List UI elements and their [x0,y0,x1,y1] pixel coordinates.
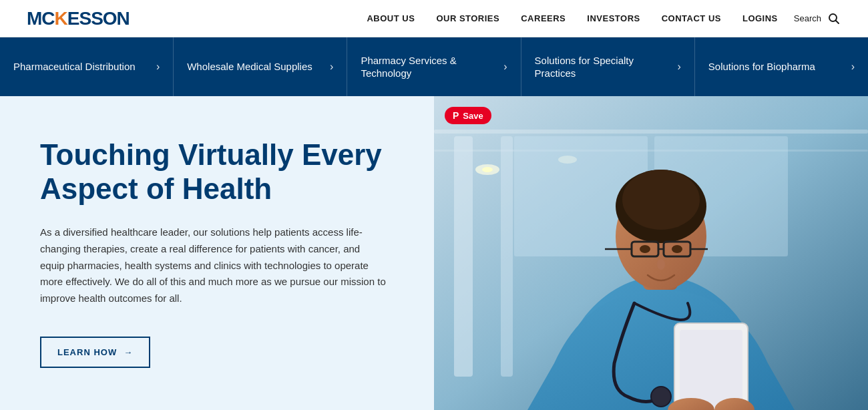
arrow-icon: → [124,347,133,357]
learn-how-label: LEARN HOW [57,347,117,357]
svg-point-23 [672,245,682,253]
nav-tiles-bar: Pharmaceutical Distribution › Wholesale … [0,37,868,96]
svg-rect-5 [454,136,473,377]
nav-tile-specialty-practices[interactable]: Solutions for Specialty Practices › [521,37,695,96]
svg-point-22 [640,245,650,253]
nav-tile-pharma-distribution[interactable]: Pharmaceutical Distribution › [0,37,174,96]
svg-point-25 [651,387,671,407]
main-nav: ABOUT US OUR STORIES CAREERS INVESTORS C… [367,13,777,23]
nav-tile-pharma-label: Pharmaceutical Distribution [13,60,148,73]
svg-rect-6 [501,136,513,377]
hero-image-panel: P Save [434,96,868,410]
site-header: MCKESSON ABOUT US OUR STORIES CAREERS IN… [0,0,868,37]
svg-point-8 [482,167,493,172]
svg-point-24 [657,259,665,270]
nav-logins[interactable]: LOGINS [742,13,778,23]
logo[interactable]: MCKESSON [27,8,130,29]
svg-rect-3 [434,130,868,134]
search-label: Search [794,13,821,23]
nav-tile-biopharma[interactable]: Solutions for Biopharma › [695,37,868,96]
hero-heading: Touching Virtually Every Aspect of Healt… [40,138,394,206]
chevron-right-icon: › [503,61,507,73]
svg-point-16 [622,170,700,230]
hero-body-text: As a diversified healthcare leader, our … [40,224,387,307]
nav-tile-pharmacy-tech[interactable]: Pharmacy Services & Technology › [347,37,521,96]
logo-text: MCKESSON [27,8,130,29]
nav-tile-pharmacy-label: Pharmacy Services & Technology [361,54,495,80]
chevron-right-icon: › [330,61,333,73]
svg-rect-27 [680,330,742,410]
nav-tile-specialty-label: Solutions for Specialty Practices [535,54,670,80]
save-label: Save [463,111,483,121]
hero-nurse-illustration [434,96,868,410]
search-icon[interactable] [827,11,841,26]
nav-our-stories[interactable]: OUR STORIES [436,13,499,23]
hero-left-panel: Touching Virtually Every Aspect of Healt… [0,96,434,410]
nav-careers[interactable]: CAREERS [521,13,566,23]
nav-about-us[interactable]: ABOUT US [367,13,415,23]
svg-rect-4 [434,150,868,152]
nav-contact-us[interactable]: CONTACT US [662,13,721,23]
hero-section: Touching Virtually Every Aspect of Healt… [0,96,868,410]
chevron-right-icon: › [677,61,680,73]
learn-how-button[interactable]: LEARN HOW → [40,337,150,368]
chevron-right-icon: › [851,61,855,73]
svg-line-1 [836,20,839,23]
nav-tile-biopharma-label: Solutions for Biopharma [708,60,843,73]
nav-investors[interactable]: INVESTORS [587,13,640,23]
search-area[interactable]: Search [794,11,841,26]
nav-tile-wholesale-medical[interactable]: Wholesale Medical Supplies › [174,37,347,96]
pinterest-save-badge[interactable]: P Save [445,107,491,124]
pinterest-icon: P [453,110,459,121]
chevron-right-icon: › [156,61,160,73]
nav-tile-wholesale-label: Wholesale Medical Supplies [187,60,322,73]
